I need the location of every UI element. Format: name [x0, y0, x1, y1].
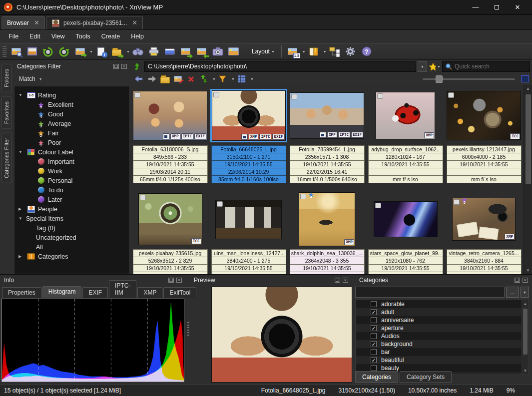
refresh-dropdown-icon[interactable]: ▼ [212, 77, 216, 81]
thumbnail-item[interactable]: XMPadybug_drop_surface_1062..1280x1024 -… [366, 85, 445, 189]
search-button[interactable] [130, 44, 145, 58]
thumbnail-item[interactable]: ★5XMPvintage_retro_camera_1265...3840x21… [445, 189, 523, 274]
tab-histogram[interactable]: Histogram [42, 286, 82, 298]
float-panel-icon[interactable] [168, 278, 174, 283]
footer-tab-category-sets[interactable]: Category Sets [400, 371, 452, 383]
parent-folder-button[interactable] [131, 61, 143, 72]
chevron-down-icon[interactable]: ▼ [18, 216, 26, 221]
tab-exif[interactable]: EXIF [82, 287, 108, 298]
open-with-button[interactable] [109, 44, 124, 58]
category-checkbox[interactable] [371, 333, 377, 339]
tree-item-important[interactable]: Important [14, 157, 129, 166]
bookmarks-dropdown-icon[interactable]: ▼ [323, 50, 327, 53]
sidebar-tab-favorites[interactable]: Favorites [1, 96, 11, 129]
category-filter-input[interactable] [355, 287, 505, 298]
view-mode-dropdown-icon[interactable]: ▼ [250, 77, 254, 81]
rotate-right-button[interactable] [56, 44, 71, 58]
tree-item-people[interactable]: ▶People [14, 204, 129, 214]
scrollbar-thumb[interactable] [526, 94, 531, 184]
footer-tab-categories[interactable]: Categories [355, 371, 398, 383]
category-checkbox[interactable] [371, 349, 377, 355]
tree-item-uncategorized[interactable]: Uncategorized [14, 233, 129, 242]
category-checkbox[interactable]: ✓ [371, 325, 377, 331]
filter-button[interactable] [217, 74, 229, 84]
thumbnail-checkbox[interactable] [213, 92, 219, 97]
tree-item-rating[interactable]: ▼1-5Rating [14, 90, 129, 100]
view-image-button[interactable] [8, 44, 23, 58]
panel-splitter-handle[interactable] [187, 322, 189, 337]
slideshow-button[interactable] [162, 44, 177, 58]
delete-button[interactable] [185, 74, 197, 84]
rotate-left-button[interactable] [40, 44, 55, 58]
chevron-down-icon[interactable]: ▼ [18, 93, 26, 97]
print-button[interactable] [146, 44, 161, 58]
tree-item-fair[interactable]: ★2Fair [14, 128, 129, 138]
scroll-down-icon[interactable]: ▼ [524, 367, 528, 375]
category-checkbox[interactable]: ✓ [371, 341, 377, 347]
thumbnail-checkbox[interactable] [454, 199, 460, 205]
tree-item-colour-label[interactable]: ▼Colour Label [14, 147, 129, 157]
thumbnail-checkbox[interactable] [300, 194, 306, 199]
refresh-button[interactable] [198, 74, 210, 84]
menu-view[interactable]: View [46, 31, 70, 42]
quick-search-input[interactable] [455, 63, 515, 70]
thumbnail-checkbox[interactable] [291, 94, 297, 99]
set-wallpaper-button[interactable] [226, 44, 241, 58]
screen-capture-button[interactable] [210, 44, 225, 58]
minimize-button[interactable]: — [465, 0, 486, 14]
float-panel-icon[interactable] [515, 278, 520, 283]
convert-button[interactable] [72, 44, 87, 58]
close-panel-icon[interactable]: × [176, 278, 182, 283]
quick-search-box[interactable] [442, 61, 530, 72]
tree-item-later[interactable]: Later [14, 195, 129, 204]
category-more-button[interactable]: ... [506, 287, 519, 298]
scroll-down-icon[interactable]: ▼ [526, 267, 530, 274]
close-panel-icon[interactable]: × [523, 278, 528, 283]
batch-convert-button[interactable] [178, 44, 193, 58]
close-panel-icon[interactable]: × [121, 64, 127, 69]
tree-item-excellent[interactable]: ★5Excellent [14, 100, 129, 109]
category-dropdown-button[interactable]: ▼ [521, 287, 529, 298]
maximize-button[interactable] [486, 0, 507, 14]
scroll-up-icon[interactable]: ▲ [526, 85, 530, 92]
photo-thumbnail[interactable]: ICC [447, 91, 521, 140]
tab-close-icon[interactable]: ✕ [132, 20, 137, 25]
thumbnail-item[interactable]: uins_man_loneliness_12427..3840x2400 - 1… [209, 189, 288, 274]
photo-thumbnail[interactable]: ICC [138, 193, 202, 245]
settings-button[interactable] [343, 44, 358, 58]
tab-image[interactable]: pexels-pixabay-23561... ✕ [46, 16, 143, 29]
float-panel-icon[interactable] [335, 278, 340, 283]
tree-item-tag-0-[interactable]: Tag (0) [14, 223, 129, 233]
float-panel-icon[interactable] [113, 64, 119, 69]
batch-rename-button[interactable] [194, 44, 209, 58]
filter-dropdown-icon[interactable]: ▼ [231, 77, 235, 81]
thumbnail-checkbox[interactable] [377, 93, 383, 99]
categories-scrollbar[interactable]: ▲ ▼ [522, 300, 529, 375]
sort-rating-button[interactable]: 1-5 [285, 44, 300, 58]
category-row-background[interactable]: ✓background [356, 340, 529, 348]
help-button[interactable]: ? [359, 44, 374, 58]
menu-tools[interactable]: Tools [70, 31, 96, 42]
category-row-audios[interactable]: Audios [356, 332, 529, 340]
menu-edit[interactable]: Edit [24, 31, 46, 42]
tab-browser[interactable]: Browser ✕ [1, 16, 45, 29]
path-dropdown-button[interactable]: ▼ [418, 61, 427, 72]
photo-thumbnail[interactable] [215, 200, 282, 239]
thumbnail-item[interactable]: ICCpexels-pixabay-235615.jpg5268x3512 - … [131, 189, 209, 274]
chevron-down-icon[interactable]: ▼ [18, 150, 26, 154]
chevron-right-icon[interactable]: ▶ [18, 207, 26, 211]
slider-handle[interactable] [436, 75, 443, 83]
photo-thumbnail[interactable]: XMPIPTCEXIF [290, 92, 364, 139]
favorites-button[interactable]: ▼ [429, 61, 441, 72]
tab-close-icon[interactable]: ✕ [34, 20, 39, 25]
tree-item-to-do[interactable]: To do [14, 185, 129, 195]
photo-thumbnail[interactable]: XMP [376, 92, 435, 139]
tab-xmp[interactable]: XMP [137, 287, 162, 298]
view-mode-button[interactable] [236, 74, 248, 84]
convert-dropdown-icon[interactable]: ▼ [89, 50, 93, 53]
thumbnail-checkbox[interactable] [375, 203, 381, 208]
category-row-beautiful[interactable]: ✓beautiful [356, 356, 529, 364]
forward-button[interactable] [146, 74, 158, 84]
preview-image[interactable] [211, 287, 352, 383]
thumbnail-checkbox[interactable] [448, 92, 454, 98]
